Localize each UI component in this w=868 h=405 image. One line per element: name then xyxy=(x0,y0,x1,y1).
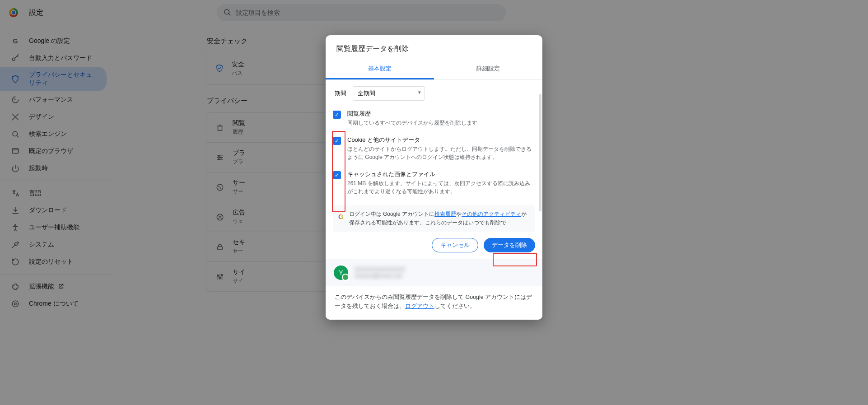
google-g-icon: G xyxy=(338,210,344,222)
other-activity-link[interactable]: その他のアクティビティ xyxy=(462,211,521,217)
account-row: Y XXXXXXXXXXXXXX xxxxxxx@xxxxx.xxx xyxy=(326,259,542,286)
checkbox-checked-icon[interactable]: ✓ xyxy=(333,171,341,179)
time-range-value: 全期間 xyxy=(358,90,375,97)
dialog-tabs: 基本設定 詳細設定 xyxy=(326,59,542,80)
time-range-select[interactable]: 全期間 xyxy=(353,86,425,101)
account-email: xxxxxxx@xxxxx.xxx xyxy=(355,273,534,279)
option-cookies[interactable]: ✓ Cookie と他のサイトデータ ほとんどのサイトからログアウトします。ただ… xyxy=(330,132,533,167)
checkbox-checked-icon[interactable]: ✓ xyxy=(333,111,341,119)
search-history-link[interactable]: 検索履歴 xyxy=(434,211,456,217)
tab-basic[interactable]: 基本設定 xyxy=(326,59,434,79)
google-account-notice: G ログイン中は Google アカウントに検索履歴やその他のアクティビティが保… xyxy=(333,205,535,232)
tab-advanced[interactable]: 詳細設定 xyxy=(434,59,542,79)
options-list: ✓ 閲覧履歴 同期しているすべてのデバイスから履歴を削除します ✓ Cookie… xyxy=(326,104,542,204)
clear-browsing-data-dialog: 閲覧履歴データを削除 基本設定 詳細設定 期間 全期間 ✓ 閲覧履歴 同期してい… xyxy=(326,35,542,320)
logout-link[interactable]: ログアウト xyxy=(405,303,434,309)
checkbox-checked-icon[interactable]: ✓ xyxy=(333,137,341,145)
time-range-label: 期間 xyxy=(335,89,346,98)
option-browsing-history[interactable]: ✓ 閲覧履歴 同期しているすべてのデバイスから履歴を削除します xyxy=(330,106,533,132)
logout-note: このデバイスからのみ閲覧履歴データを削除して Google アカウントにはデータ… xyxy=(326,286,542,320)
dialog-scrollbar[interactable] xyxy=(539,94,541,211)
modal-overlay[interactable]: 閲覧履歴データを削除 基本設定 詳細設定 期間 全期間 ✓ 閲覧履歴 同期してい… xyxy=(0,0,868,405)
delete-data-button[interactable]: データを削除 xyxy=(484,238,535,252)
account-name: XXXXXXXXXXXXXX xyxy=(355,266,534,273)
cancel-button[interactable]: キャンセル xyxy=(432,238,478,252)
avatar: Y xyxy=(334,265,348,280)
option-cache[interactable]: ✓ キャッシュされた画像とファイル 261 MB を解放します。サイトによっては… xyxy=(330,167,533,201)
dialog-title: 閲覧履歴データを削除 xyxy=(326,35,542,59)
